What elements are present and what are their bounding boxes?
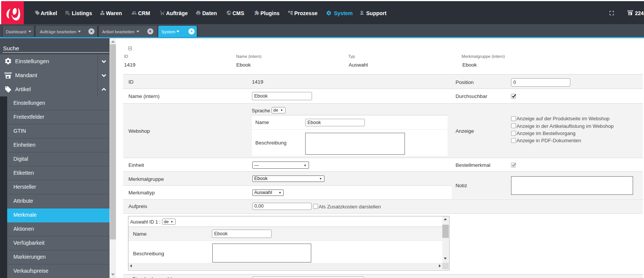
svg-text:SHOP: SHOP [5, 72, 12, 75]
svg-text:SHOP: SHOP [627, 10, 633, 12]
